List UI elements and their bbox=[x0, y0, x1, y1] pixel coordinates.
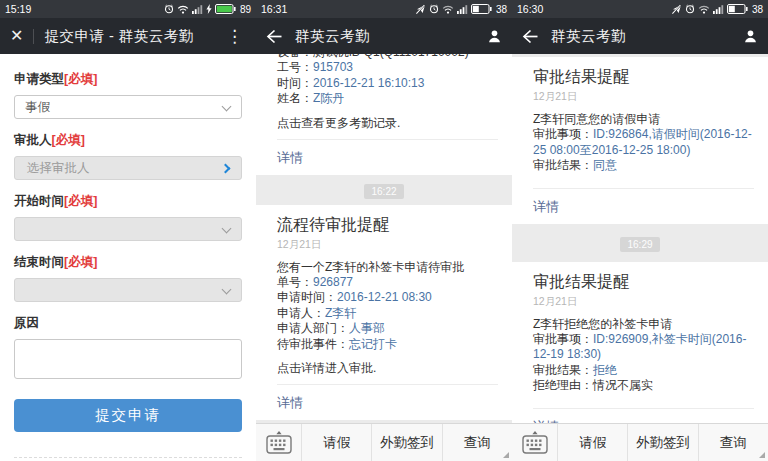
signal-icon bbox=[713, 5, 724, 14]
location-off-icon bbox=[672, 4, 682, 14]
field-label-end-time: 结束时间[必填] bbox=[14, 254, 242, 271]
card-title: 审批结果提醒 bbox=[533, 272, 754, 292]
record-row: 申请时间：2016-12-21 08:30 bbox=[277, 290, 498, 306]
nav-bar: 群英云考勤 bbox=[512, 18, 768, 54]
menu-item-leave[interactable]: 请假 bbox=[557, 424, 627, 461]
keyboard-toggle-button[interactable] bbox=[512, 424, 557, 461]
chat-area: 设备：测试机iB-Q1(Q11101710002) 工号：915703 时间：2… bbox=[256, 54, 512, 423]
status-bar: 15:19 89 bbox=[0, 0, 256, 18]
contact-icon[interactable] bbox=[487, 29, 502, 44]
page-title: 提交申请 - 群英云考勤 bbox=[44, 27, 193, 46]
battery-icon bbox=[727, 4, 748, 14]
card-note: 点击查看更多考勤记录. bbox=[277, 115, 498, 131]
required-tag: [必填] bbox=[64, 194, 97, 208]
nav-bar: ✕ 提交申请 - 群英云考勤 ⋮ bbox=[0, 18, 256, 54]
battery-icon bbox=[215, 4, 236, 14]
status-bar: 16:31 38 bbox=[256, 0, 512, 18]
dashed-separator bbox=[14, 457, 242, 458]
menu-item-query[interactable]: 查询 bbox=[698, 424, 768, 461]
chevron-down-icon bbox=[222, 285, 232, 295]
apply-type-value: 事假 bbox=[25, 99, 50, 116]
status-time: 15:19 bbox=[5, 3, 31, 15]
record-row: 审批事项：ID:926864,请假时间(2016-12-25 08:00至201… bbox=[533, 127, 754, 158]
card-date: 12月21日 bbox=[533, 89, 754, 103]
required-tag: [必填] bbox=[64, 255, 97, 269]
close-icon[interactable]: ✕ bbox=[10, 28, 23, 44]
screen: 15:19 89 ✕ 提交申请 - 群英云考勤 ⋮ 申请类型[必填] 事假 bbox=[0, 0, 768, 461]
submenu-corner-icon bbox=[759, 452, 765, 458]
chevron-down-icon bbox=[222, 102, 232, 112]
alarm-clock-icon bbox=[685, 4, 695, 14]
card-intro: Z李轩拒绝您的补签卡申请 bbox=[533, 316, 754, 332]
reason-textarea[interactable] bbox=[14, 339, 242, 379]
wifi-icon bbox=[698, 5, 710, 14]
card-intro: 您有一个Z李轩的补签卡申请待审批 bbox=[277, 259, 498, 275]
chevron-right-icon bbox=[221, 164, 231, 174]
field-label-approver: 审批人[必填] bbox=[14, 132, 242, 149]
timestamp-chip: 16:29 bbox=[620, 237, 659, 252]
card-intro: Z李轩同意您的请假申请 bbox=[533, 111, 754, 127]
menu-item-leave[interactable]: 请假 bbox=[301, 424, 371, 461]
more-menu-icon[interactable]: ⋮ bbox=[223, 28, 246, 45]
card-footer: 详情 bbox=[533, 408, 754, 424]
field-label-start-time: 开始时间[必填] bbox=[14, 193, 242, 210]
signal-icon bbox=[192, 5, 203, 14]
record-row: 审批结果：拒绝 bbox=[533, 363, 754, 379]
nav-bar: 群英云考勤 bbox=[256, 18, 512, 54]
menu-item-field-checkin[interactable]: 外勤签到 bbox=[371, 424, 441, 461]
record-row: 时间：2016-12-21 16:10:13 bbox=[277, 76, 498, 92]
submit-button[interactable]: 提交申请 bbox=[14, 399, 242, 432]
record-row: 审批结果：同意 bbox=[533, 158, 754, 174]
nav-divider bbox=[33, 29, 34, 44]
record-row: 申请人：Z李轩 bbox=[277, 306, 498, 322]
page-title: 群英云考勤 bbox=[295, 27, 370, 46]
leave-request-form: 申请类型[必填] 事假 审批人[必填] 选择审批人 开始时间[必填] 结束时间[… bbox=[0, 54, 256, 461]
approval-result-card-rejected[interactable]: 审批结果提醒 12月21日 Z李轩拒绝您的补签卡申请 审批事项：ID:92690… bbox=[512, 262, 768, 424]
signal-icon bbox=[457, 5, 468, 14]
field-label-reason: 原因 bbox=[14, 315, 242, 332]
record-row: 拒绝理由：情况不属实 bbox=[533, 378, 754, 394]
back-icon[interactable] bbox=[266, 29, 283, 44]
attendance-record-card[interactable]: 设备：测试机iB-Q1(Q11101710002) 工号：915703 时间：2… bbox=[256, 54, 512, 175]
bottom-toolbar: 请假 外勤签到 查询 bbox=[256, 423, 512, 461]
detail-link[interactable]: 详情 bbox=[277, 395, 303, 410]
chat-area: 审批结果提醒 12月21日 Z李轩同意您的请假申请 审批事项：ID:926864… bbox=[512, 54, 768, 423]
keyboard-toggle-button[interactable] bbox=[256, 424, 301, 461]
panel-submit-form: 15:19 89 ✕ 提交申请 - 群英云考勤 ⋮ 申请类型[必填] 事假 bbox=[0, 0, 256, 461]
keyboard-icon bbox=[522, 431, 548, 455]
record-row: 单号：926877 bbox=[277, 275, 498, 291]
status-time: 16:31 bbox=[261, 3, 287, 15]
contact-icon[interactable] bbox=[743, 29, 758, 44]
record-row: 待审批事件：忘记打卡 bbox=[277, 337, 498, 353]
wifi-icon bbox=[442, 5, 454, 14]
menu-item-query[interactable]: 查询 bbox=[442, 424, 512, 461]
approver-placeholder: 选择审批人 bbox=[27, 160, 90, 177]
record-row: 申请人部门：人事部 bbox=[277, 321, 498, 337]
charging-bolt-icon bbox=[206, 4, 212, 14]
menu-item-field-checkin[interactable]: 外勤签到 bbox=[627, 424, 697, 461]
approval-result-card-approved[interactable]: 审批结果提醒 12月21日 Z李轩同意您的请假申请 审批事项：ID:926864… bbox=[512, 57, 768, 224]
card-note: 点击详情进入审批. bbox=[277, 360, 498, 376]
bottom-toolbar: 请假 外勤签到 查询 bbox=[512, 423, 768, 461]
card-title: 流程待审批提醒 bbox=[277, 215, 498, 235]
start-time-select[interactable] bbox=[14, 217, 242, 241]
timestamp-chip: 16:22 bbox=[364, 184, 403, 199]
required-tag: [必填] bbox=[52, 133, 85, 147]
detail-link[interactable]: 详情 bbox=[533, 199, 559, 214]
record-row: 姓名：Z陈丹 bbox=[277, 91, 498, 107]
detail-link[interactable]: 详情 bbox=[277, 150, 303, 165]
alarm-clock-icon bbox=[429, 4, 439, 14]
record-row: 审批事项：ID:926909,补签卡时间(2016-12-19 18:30) bbox=[533, 332, 754, 363]
end-time-select[interactable] bbox=[14, 278, 242, 302]
card-footer: 详情 bbox=[277, 139, 498, 167]
keyboard-icon bbox=[266, 431, 292, 455]
submenu-corner-icon bbox=[503, 452, 509, 458]
field-label-apply-type: 申请类型[必填] bbox=[14, 71, 242, 88]
apply-type-select[interactable]: 事假 bbox=[14, 95, 242, 119]
wifi-icon bbox=[177, 5, 189, 14]
location-off-icon bbox=[416, 4, 426, 14]
approver-picker[interactable]: 选择审批人 bbox=[14, 156, 242, 180]
pending-approval-card[interactable]: 流程待审批提醒 12月21日 您有一个Z李轩的补签卡申请待审批 单号：92687… bbox=[256, 205, 512, 421]
alarm-clock-icon bbox=[164, 4, 174, 14]
back-icon[interactable] bbox=[522, 29, 539, 44]
